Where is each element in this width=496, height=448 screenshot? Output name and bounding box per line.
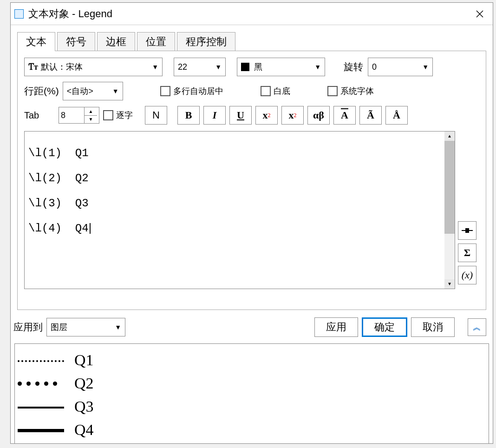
format-subscript-button[interactable]: x2 (281, 106, 304, 125)
tab-program[interactable]: 程序控制 (177, 32, 235, 51)
white-bg-checkbox[interactable]: 白底 (261, 86, 290, 97)
text-object-dialog: 文本对象 - Legend 文本 符号 边框 位置 程序控制 Ƭт 默认：宋体 … (10, 2, 493, 444)
ok-button[interactable]: 确定 (362, 317, 407, 337)
font-family-value: 默认：宋体 (41, 61, 83, 72)
chevron-down-icon: ▼ (112, 87, 119, 95)
format-italic-button[interactable]: I (203, 106, 226, 125)
apply-to-select[interactable]: 图层 ▼ (46, 318, 125, 336)
insert-variable-button[interactable]: (x) (458, 266, 476, 284)
format-tilde-button[interactable]: Ã (359, 106, 382, 125)
legend-item-label: Q1 (74, 351, 94, 369)
tab-text[interactable]: 文本 (17, 32, 55, 51)
cancel-button[interactable]: 取消 (411, 317, 455, 337)
textarea-scrollbar[interactable]: ▲ ▼ (444, 132, 455, 289)
text-line: \l(4) Q4 (28, 222, 451, 235)
system-font-label: 系统字体 (340, 86, 374, 97)
font-icon: Ƭт (28, 62, 38, 72)
text-line: \l(1) Q1 (28, 147, 451, 159)
insert-symbol-button[interactable] (458, 221, 476, 240)
legend-preview: Q1 Q2 Q3 Q4 (14, 343, 489, 444)
legend-preview-item: Q2 (18, 372, 486, 395)
legend-line-icon (18, 356, 64, 365)
text-line: \l(3) Q3 (28, 197, 451, 210)
svg-rect-3 (465, 228, 469, 233)
rotate-value: 0 (372, 62, 377, 72)
white-bg-label: 白底 (274, 86, 290, 97)
chevron-down-icon: ▼ (215, 63, 222, 71)
tab-width-label: Tab (24, 110, 55, 121)
legend-preview-item: Q4 (18, 418, 486, 441)
linespacing-select[interactable]: <自动> ▼ (63, 82, 123, 100)
chevron-down-icon: ▼ (314, 63, 321, 71)
legend-item-label: Q2 (74, 375, 94, 392)
apply-to-label: 应用到 (13, 321, 43, 334)
close-icon (476, 10, 484, 18)
chevron-down-icon: ▼ (115, 323, 121, 331)
tab-panel-text: Ƭт 默认：宋体 ▼ 22 ▼ 黑 ▼ 旋转 0 ▼ 行距(%) (17, 51, 486, 310)
legend-line-icon (18, 379, 64, 388)
insert-symbol-icon (462, 227, 473, 234)
rotate-select[interactable]: 0 ▼ (368, 58, 433, 76)
app-icon (14, 9, 24, 19)
chevron-down-icon: ▼ (152, 63, 158, 71)
per-char-checkbox[interactable]: 逐字 (103, 110, 133, 121)
apply-button[interactable]: 应用 (314, 317, 358, 337)
font-size-select[interactable]: 22 ▼ (174, 58, 226, 76)
legend-line-icon (18, 425, 64, 435)
scroll-down-icon[interactable]: ▼ (444, 279, 455, 289)
scroll-thumb[interactable] (444, 141, 455, 234)
spinner-up-icon[interactable]: ▲ (85, 107, 97, 116)
legend-item-label: Q3 (74, 398, 94, 415)
linespacing-value: <自动> (67, 86, 93, 97)
tab-symbol[interactable]: 符号 (57, 32, 95, 51)
close-button[interactable] (470, 7, 489, 21)
chevron-up-double-icon: ︽ (473, 325, 481, 330)
legend-line-icon (18, 402, 64, 411)
format-normal-button[interactable]: N (145, 106, 167, 125)
multiline-center-checkbox[interactable]: 多行自动居中 (160, 86, 223, 97)
legend-item-label: Q4 (74, 421, 94, 439)
tabs: 文本 符号 边框 位置 程序控制 (17, 32, 493, 51)
spinner-down-icon[interactable]: ▼ (85, 116, 97, 124)
system-font-checkbox[interactable]: 系统字体 (327, 86, 374, 97)
font-size-value: 22 (178, 62, 187, 72)
insert-sigma-button[interactable]: Σ (458, 244, 476, 262)
font-color-value: 黑 (254, 61, 262, 72)
format-bold-button[interactable]: B (177, 106, 200, 125)
tab-width-input[interactable] (59, 107, 84, 123)
tab-position[interactable]: 位置 (137, 32, 175, 51)
chevron-down-icon: ▼ (422, 63, 429, 71)
checkbox-icon (327, 86, 338, 96)
collapse-preview-button[interactable]: ︽ (468, 318, 486, 336)
checkbox-icon (160, 86, 170, 96)
format-greek-button[interactable]: αβ (307, 106, 330, 125)
text-line: \l(2) Q2 (28, 172, 451, 184)
font-family-select[interactable]: Ƭт 默认：宋体 ▼ (24, 58, 163, 76)
titlebar: 文本对象 - Legend (11, 3, 493, 25)
format-superscript-button[interactable]: x2 (255, 106, 278, 125)
format-overline-button[interactable]: A (333, 106, 356, 125)
text-content-textarea[interactable]: \l(1) Q1 \l(2) Q2 \l(3) Q3 \l(4) Q4 ▲ ▼ (24, 131, 455, 289)
apply-to-value: 图层 (51, 322, 67, 333)
window-title: 文本对象 - Legend (28, 7, 470, 21)
scroll-track[interactable] (444, 234, 455, 279)
per-char-label: 逐字 (116, 110, 133, 121)
checkbox-icon (261, 86, 271, 96)
legend-preview-item: Q3 (18, 395, 486, 418)
format-dot-button[interactable]: Å (385, 106, 408, 125)
font-color-select[interactable]: 黑 ▼ (237, 58, 325, 76)
tab-width-spinner[interactable]: ▲ ▼ (59, 107, 99, 124)
tab-frame[interactable]: 边框 (97, 32, 135, 51)
color-swatch-icon (241, 63, 249, 71)
legend-preview-item: Q1 (18, 349, 486, 372)
checkbox-icon (103, 110, 113, 120)
linespacing-label: 行距(%) (24, 85, 59, 98)
scroll-up-icon[interactable]: ▲ (444, 132, 455, 141)
format-underline-button[interactable]: U (229, 106, 252, 125)
multiline-center-label: 多行自动居中 (173, 86, 223, 97)
rotate-label: 旋转 (344, 60, 363, 73)
